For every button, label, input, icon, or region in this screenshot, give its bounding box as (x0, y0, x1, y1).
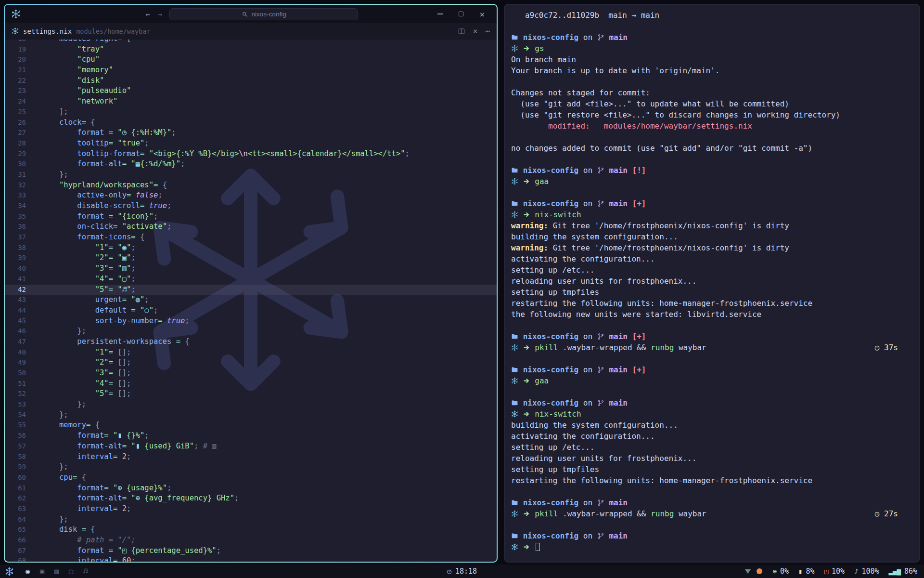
terminal-line: reloading user units for frostphoenix... (511, 453, 919, 464)
code-area[interactable]: 18 modules-right= [19 "tray"20 "cpu"21 "… (5, 39, 497, 562)
code-line[interactable]: 31 }; (5, 170, 497, 180)
split-editor-icon[interactable] (458, 27, 465, 35)
code-line[interactable]: 20 "cpu" (5, 54, 497, 65)
code-line[interactable]: 48 "1"= []; (5, 347, 497, 358)
tab-more-icon[interactable]: ⋯ (485, 26, 490, 36)
code-line[interactable]: 54 }; (5, 410, 497, 420)
terminal-line: setting up /etc... (511, 264, 919, 276)
text-token: ; (127, 452, 131, 461)
text-token: " (113, 285, 122, 294)
line-number: 54 (5, 410, 26, 420)
text-token (518, 542, 523, 552)
text-token: ; (131, 275, 135, 283)
code-text: format-icons= { (26, 232, 144, 243)
code-line[interactable]: 39 "2"= "▣"; (5, 253, 497, 263)
metric-cpu[interactable]: ⊕0% (773, 567, 789, 576)
code-line[interactable]: 18 modules-right= [ (5, 39, 497, 44)
forward-button[interactable]: → (158, 10, 163, 19)
metric-disk[interactable]: ◰10% (824, 567, 845, 576)
code-line[interactable]: 65 disk = { (5, 525, 497, 535)
code-line[interactable]: 53 }; (5, 399, 497, 410)
text-token (518, 409, 523, 419)
text-token (530, 343, 535, 352)
code-line[interactable]: 29 tooltip-format= "<big>{:%Y %B}</big>\… (5, 149, 497, 159)
code-line[interactable]: 24 "network" (5, 96, 497, 107)
tray-icon-triangle[interactable] (745, 569, 751, 574)
code-line[interactable]: 61 format= "⊕ {usage}%"; (5, 483, 497, 494)
code-line[interactable]: 22 "disk" (5, 76, 497, 86)
code-line[interactable]: 63 interval= 2; (5, 504, 497, 514)
code-line[interactable]: 50 "3"= []; (5, 368, 497, 379)
folder-icon (511, 200, 518, 207)
code-line[interactable]: 52 "5"= []; (5, 389, 497, 399)
code-line[interactable]: 60 cpu= { (5, 473, 497, 483)
code-line[interactable]: 49 "2"= []; (5, 357, 497, 368)
text-token: = (127, 306, 136, 315)
text-token: "5" (32, 389, 109, 398)
code-line[interactable]: 21 "memory" (5, 65, 497, 76)
code-line[interactable]: 64 }; (5, 514, 497, 525)
code-line[interactable]: 44 default = "○"; (5, 305, 497, 316)
code-line[interactable]: 40 "3"= "▥"; (5, 263, 497, 274)
code-line[interactable]: 27 format = "◷ {:%H:%M}"; (5, 128, 497, 138)
metric-memory[interactable]: ▮8% (798, 567, 815, 576)
code-line[interactable]: 51 "4"= []; (5, 379, 497, 389)
code-line[interactable]: 56 format= "▮ {}%"; (5, 431, 497, 441)
code-line[interactable]: 41 "4"= "▢"; (5, 274, 497, 285)
code-line[interactable]: 34 disable-scroll= true; (5, 201, 497, 211)
code-line[interactable]: 57 format-alt= "▮ {used} GiB"; # ▥ (5, 441, 497, 452)
text-token: = (127, 191, 131, 199)
code-line[interactable]: 28 tooltip= "true"; (5, 138, 497, 149)
terminal-window[interactable]: a9c0c72..d11029b main → main nixos-confi… (504, 4, 920, 563)
maximize-button[interactable] (450, 5, 472, 23)
code-line[interactable]: 58 interval= 2; (5, 452, 497, 462)
text-token: format-icons (32, 233, 131, 241)
code-line[interactable]: 62 format-alt= "⊕ {avg_frequency} GHz"; (5, 493, 497, 504)
workspace-4[interactable]: ▢ (65, 567, 77, 576)
bar-nix-logo-icon[interactable] (5, 567, 14, 576)
code-line[interactable]: 46 }; (5, 326, 497, 337)
close-button[interactable]: × (472, 5, 493, 23)
text-token: = (122, 494, 127, 502)
tab-close-icon[interactable]: × (473, 26, 478, 36)
tray-icon-dot[interactable] (757, 568, 762, 574)
code-line[interactable]: 26 clock= { (5, 118, 497, 128)
code-line[interactable]: 68 interval= 60; (5, 556, 497, 562)
code-line[interactable]: 45 sort-by-number= true; (5, 316, 497, 327)
code-line[interactable]: 35 format = "{icon}"; (5, 211, 497, 222)
workspace-3[interactable]: ▥ (51, 567, 63, 576)
code-line[interactable]: 36 on-click= "activate"; (5, 222, 497, 232)
metric-volume[interactable]: ♪100% (854, 567, 879, 576)
folder-icon (511, 34, 518, 41)
code-line[interactable]: 43 urgent= "◍"; (5, 295, 497, 305)
code-line[interactable]: 66 # path = "/"; (5, 535, 497, 546)
code-line[interactable]: 55 memory= { (5, 420, 497, 431)
text-token: restarting the following units: home-man… (511, 476, 812, 485)
code-text: # path = "/"; (26, 535, 136, 546)
tab-filename[interactable]: settings.nix (23, 27, 72, 35)
workspace-1[interactable]: ◉ (22, 567, 34, 576)
line-number: 62 (5, 493, 26, 504)
minimize-button[interactable] (429, 5, 450, 23)
code-line[interactable]: 30 format-alt= "▦{:%d/%m}"; (5, 159, 497, 170)
back-button[interactable]: ← (146, 10, 151, 19)
workspace-2[interactable]: ▣ (36, 567, 48, 576)
code-line[interactable]: 42 "5"= "♬"; (5, 285, 497, 295)
code-line[interactable]: 23 "pulseaudio" (5, 86, 497, 96)
code-line[interactable]: 38 "1"= "◉"; (5, 243, 497, 253)
search-box[interactable]: nixos-config (169, 8, 358, 20)
text-token: ◷ 27s (875, 509, 898, 518)
metric-network[interactable]: ▂▄▆86% (889, 567, 917, 576)
clock[interactable]: ◷ 18:18 (447, 567, 477, 576)
workspace-5[interactable]: ♬ (79, 567, 91, 576)
code-line[interactable]: 67 format = "◰ {percentage_used}%"; (5, 546, 497, 556)
code-line[interactable]: 59 }; (5, 462, 497, 473)
code-line[interactable]: 37 format-icons= { (5, 232, 497, 243)
text-token: }; (32, 462, 68, 471)
code-line[interactable]: 33 active-only= false; (5, 190, 497, 201)
code-line[interactable]: 25 ]; (5, 107, 497, 118)
code-line[interactable]: 47 persistent-workspaces = { (5, 337, 497, 347)
code-line[interactable]: 19 "tray" (5, 44, 497, 55)
line-number: 32 (5, 180, 26, 191)
code-line[interactable]: 32 "hyprland/workspaces"= { (5, 180, 497, 191)
